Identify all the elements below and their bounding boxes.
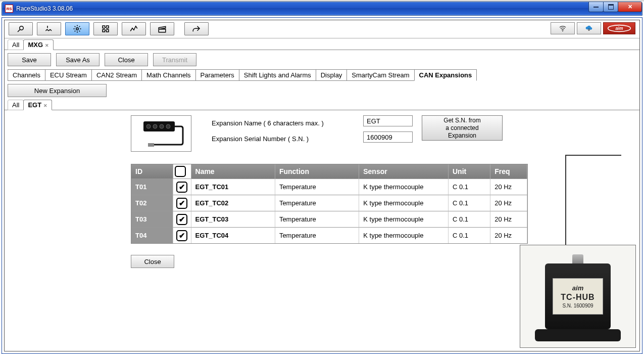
row-checkbox[interactable] [176, 230, 187, 241]
cell-unit: C 0.1 [449, 211, 490, 227]
tab-smartycam-stream[interactable]: SmartyCam Stream [346, 69, 414, 81]
save-button[interactable]: Save [8, 53, 51, 66]
tab-display[interactable]: Display [316, 69, 348, 81]
select-all-checkbox[interactable] [175, 166, 186, 177]
col-sensor: Sensor [359, 164, 449, 179]
cell-sensor: K type thermocouple [359, 211, 449, 227]
cell-unit: C 0.1 [449, 179, 490, 195]
cell-enabled [173, 195, 191, 211]
expansion-device-image [131, 115, 191, 152]
expansion-tab-egt[interactable]: EGT✕ [23, 100, 52, 110]
svg-point-0 [76, 28, 79, 30]
window-minimize-button[interactable] [588, 2, 604, 12]
window-titlebar: RS RaceStudio3 3.08.06 [2, 2, 642, 16]
tchub-brand: aim [572, 284, 583, 292]
aim-logo-icon[interactable]: aim [603, 22, 635, 34]
tab-parameters[interactable]: Parameters [195, 69, 239, 81]
cloud-download-icon[interactable] [577, 22, 601, 34]
row-checkbox[interactable] [176, 214, 187, 225]
tab-can-expansions[interactable]: CAN Expansions [414, 69, 477, 81]
config-tabs-row: Channels ECU Stream CAN2 Stream Math Cha… [5, 69, 639, 81]
table-row[interactable]: T01EGT_TC01TemperatureK type thermocoupl… [131, 179, 527, 195]
transmit-button[interactable]: Transmit [153, 53, 196, 66]
col-freq: Freq [490, 164, 527, 179]
cell-function: Temperature [275, 211, 359, 227]
svg-point-6 [153, 124, 157, 128]
table-row[interactable]: T02EGT_TC02TemperatureK type thermocoupl… [131, 195, 527, 211]
window-title: RaceStudio3 3.08.06 [16, 5, 589, 12]
cell-sensor: K type thermocouple [359, 179, 449, 195]
cell-name: EGT_TC02 [191, 195, 275, 211]
channels-table: ID Name Function Sensor Unit Freq T01EGT… [131, 164, 528, 244]
cell-name: EGT_TC04 [191, 227, 275, 243]
col-enabled [173, 164, 191, 179]
cell-name: EGT_TC03 [191, 211, 275, 227]
expansion-sn-label: Expansion Serial Number ( S.N. ) [212, 135, 363, 143]
tab-channels[interactable]: Channels [8, 69, 45, 81]
col-name: Name [191, 164, 275, 179]
tab-shift-lights-alarms[interactable]: Shift Lights and Alarms [239, 69, 316, 81]
close-expansion-tab-icon[interactable]: ✕ [43, 103, 47, 108]
cell-sensor: K type thermocouple [359, 227, 449, 243]
expansion-tab-row: All EGT✕ [5, 99, 639, 110]
cell-function: Temperature [275, 179, 359, 195]
table-row[interactable]: T04EGT_TC04TemperatureK type thermocoupl… [131, 227, 527, 243]
cell-freq: 20 Hz [490, 179, 527, 195]
col-unit: Unit [449, 164, 490, 179]
cell-id: T01 [131, 179, 173, 195]
cell-id: T02 [131, 195, 173, 211]
app-icon: RS [5, 5, 13, 13]
row-checkbox[interactable] [176, 182, 187, 193]
tab-math-channels[interactable]: Math Channels [141, 69, 195, 81]
cell-freq: 20 Hz [490, 227, 527, 243]
window-maximize-button[interactable] [603, 2, 618, 12]
new-expansion-button[interactable]: New Expansion [8, 84, 107, 97]
table-row[interactable]: T03EGT_TC03TemperatureK type thermocoupl… [131, 211, 527, 227]
expansion-tab-all[interactable]: All [8, 100, 24, 110]
close-config-button[interactable]: Close [105, 53, 148, 66]
wire-graphic [565, 155, 621, 156]
cell-enabled [173, 227, 191, 243]
cell-unit: C 0.1 [449, 195, 490, 211]
share-icon[interactable] [184, 22, 209, 35]
graph-icon[interactable] [122, 22, 146, 35]
cell-id: T03 [131, 211, 173, 227]
cell-id: T04 [131, 227, 173, 243]
tab-ecu-stream[interactable]: ECU Stream [45, 69, 92, 81]
cell-function: Temperature [275, 227, 359, 243]
cell-function: Temperature [275, 195, 359, 211]
svg-point-1 [562, 30, 563, 31]
cell-name: EGT_TC01 [191, 179, 275, 195]
expansion-name-label: Expansion Name ( 6 characters max. ) [212, 119, 363, 127]
tchub-sn: S.N. 1600909 [562, 303, 593, 308]
col-function: Function [275, 164, 359, 179]
row-checkbox[interactable] [176, 198, 187, 209]
tab-can2-stream[interactable]: CAN2 Stream [91, 69, 142, 81]
gear-icon[interactable] [65, 22, 89, 35]
cell-freq: 20 Hz [490, 195, 527, 211]
cell-freq: 20 Hz [490, 211, 527, 227]
main-toolbar: aim [5, 20, 639, 38]
get-sn-button[interactable]: Get S.N. from a connected Expansion [422, 115, 503, 141]
cell-unit: C 0.1 [449, 227, 490, 243]
close-panel-button[interactable]: Close [131, 255, 174, 268]
wrench-icon[interactable] [9, 22, 33, 35]
wifi-icon[interactable] [551, 22, 575, 34]
close-tab-icon[interactable]: ✕ [45, 43, 49, 48]
config-actions-row: Save Save As Close Transmit [5, 50, 639, 69]
puzzle-icon[interactable] [93, 22, 118, 35]
device-tab-all[interactable]: All [8, 39, 24, 50]
svg-point-5 [146, 124, 151, 128]
expansion-name-input[interactable] [363, 115, 413, 126]
save-as-button[interactable]: Save As [56, 53, 100, 66]
tchub-name: TC-HUB [561, 293, 595, 302]
cell-enabled [173, 179, 191, 195]
svg-rect-9 [148, 143, 154, 147]
device-tab-mxg[interactable]: MXG✕ [23, 39, 54, 50]
cell-sensor: K type thermocouple [359, 195, 449, 211]
thermometer-icon[interactable] [37, 22, 61, 35]
clapper-icon[interactable] [150, 22, 174, 35]
expansion-sn-input[interactable] [363, 131, 413, 143]
cell-enabled [173, 211, 191, 227]
window-close-button[interactable] [618, 2, 642, 12]
